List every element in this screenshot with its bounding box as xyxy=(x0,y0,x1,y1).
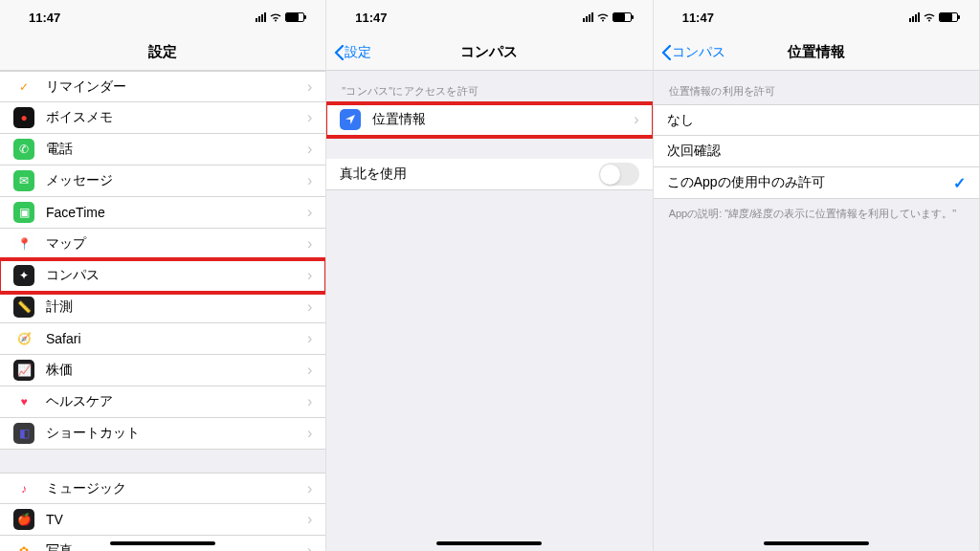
app-icon: ✉ xyxy=(13,170,34,191)
back-label: 設定 xyxy=(345,44,371,61)
status-bar: 11:47 xyxy=(0,0,325,34)
option-label: なし xyxy=(667,112,966,129)
row-label: 計測 xyxy=(46,298,307,316)
app-icon: 📏 xyxy=(13,297,34,318)
settings-screen: 11:47 設定 ✓リマインダー›●ボイスメモ›✆電話›✉メッセージ›▣Face… xyxy=(0,0,326,551)
app-icon: ▣ xyxy=(13,202,34,223)
chevron-right-icon: › xyxy=(307,298,312,316)
settings-row-計測[interactable]: 📏計測› xyxy=(0,292,325,323)
status-time: 11:47 xyxy=(682,11,714,25)
chevron-left-icon xyxy=(334,45,344,60)
row-label: ボイスメモ xyxy=(46,109,307,126)
back-label: コンパス xyxy=(672,44,725,61)
settings-row-電話[interactable]: ✆電話› xyxy=(0,134,325,165)
battery-icon xyxy=(612,12,632,22)
chevron-right-icon: › xyxy=(307,267,312,284)
app-icon: 🍎 xyxy=(13,509,34,530)
back-button[interactable]: 設定 xyxy=(334,44,371,61)
row-label: ヘルスケア xyxy=(46,393,307,410)
check-icon: ✓ xyxy=(953,174,966,192)
settings-row-コンパス[interactable]: ✦コンパス› xyxy=(0,260,325,292)
row-label: 株価 xyxy=(46,362,307,379)
home-indicator[interactable] xyxy=(436,541,542,545)
status-right xyxy=(583,12,632,22)
app-icon: ✿ xyxy=(13,540,34,551)
location-permission-screen: 11:47 コンパス 位置情報 位置情報の利用を許可 なし次回確認このAppの使… xyxy=(654,0,980,551)
app-icon: ✆ xyxy=(13,139,34,160)
settings-row-ヘルスケア[interactable]: ♥ヘルスケア› xyxy=(0,386,325,418)
nav-title: 設定 xyxy=(148,43,177,61)
row-label: TV xyxy=(46,512,307,527)
row-label: FaceTime xyxy=(46,205,307,220)
settings-row-FaceTime[interactable]: ▣FaceTime› xyxy=(0,197,325,229)
chevron-right-icon: › xyxy=(634,111,638,128)
row-label: コンパス xyxy=(46,267,307,284)
section-footer: Appの説明: "緯度/経度の表示に位置情報を利用しています。" xyxy=(654,199,979,229)
app-icon: 📍 xyxy=(13,233,34,254)
chevron-right-icon: › xyxy=(307,425,312,442)
chevron-right-icon: › xyxy=(307,109,312,126)
settings-row-Safari[interactable]: 🧭Safari› xyxy=(0,323,325,355)
row-label: Safari xyxy=(46,331,307,346)
app-icon: 📈 xyxy=(13,360,34,381)
wifi-icon xyxy=(596,12,610,22)
settings-row-リマインダー[interactable]: ✓リマインダー› xyxy=(0,71,325,102)
app-icon: ● xyxy=(13,107,34,128)
settings-list[interactable]: ✓リマインダー›●ボイスメモ›✆電話›✉メッセージ›▣FaceTime›📍マップ… xyxy=(0,71,325,551)
nav-bar: コンパス 位置情報 xyxy=(654,34,979,71)
status-right xyxy=(909,12,958,22)
app-icon: ♪ xyxy=(13,478,34,499)
permission-option[interactable]: 次回確認 xyxy=(654,136,979,167)
row-label: ミュージック xyxy=(46,480,307,497)
settings-row-株価[interactable]: 📈株価› xyxy=(0,355,325,386)
row-label: 電話 xyxy=(46,141,307,158)
status-bar: 11:47 xyxy=(654,0,979,34)
chevron-right-icon: › xyxy=(307,330,312,347)
true-north-toggle[interactable] xyxy=(599,163,639,186)
wifi-icon xyxy=(269,12,282,22)
signal-icon xyxy=(256,12,266,22)
wifi-icon xyxy=(923,12,936,22)
home-indicator[interactable] xyxy=(764,541,869,545)
settings-row-マップ[interactable]: 📍マップ› xyxy=(0,229,325,260)
row-label: メッセージ xyxy=(46,172,307,189)
true-north-label: 真北を使用 xyxy=(340,165,598,183)
nav-title: 位置情報 xyxy=(788,43,845,61)
chevron-right-icon: › xyxy=(307,480,312,497)
chevron-right-icon: › xyxy=(307,204,312,221)
settings-row-ショートカット[interactable]: ◧ショートカット› xyxy=(0,418,325,450)
option-label: 次回確認 xyxy=(667,143,966,160)
true-north-row[interactable]: 真北を使用 xyxy=(326,159,652,190)
settings-row-TV[interactable]: 🍎TV› xyxy=(0,504,325,536)
chevron-right-icon: › xyxy=(307,542,312,551)
nav-bar: 設定 コンパス xyxy=(326,34,652,71)
back-button[interactable]: コンパス xyxy=(661,44,725,61)
status-bar: 11:47 xyxy=(326,0,652,34)
chevron-right-icon: › xyxy=(307,235,312,253)
location-services-row[interactable]: 位置情報 › xyxy=(326,104,652,136)
chevron-right-icon: › xyxy=(307,141,312,158)
chevron-right-icon: › xyxy=(307,78,312,96)
home-indicator[interactable] xyxy=(110,541,215,545)
settings-row-ミュージック[interactable]: ♪ミュージック› xyxy=(0,473,325,504)
compass-settings-content: "コンパス"にアクセスを許可 位置情報 › 真北を使用 xyxy=(326,71,652,551)
section-header: "コンパス"にアクセスを許可 xyxy=(326,71,652,104)
chevron-right-icon: › xyxy=(307,362,312,379)
row-label: マップ xyxy=(46,235,307,253)
signal-icon xyxy=(909,12,920,22)
battery-icon xyxy=(939,12,958,22)
battery-icon xyxy=(285,12,304,22)
status-right xyxy=(256,12,304,22)
app-icon: ◧ xyxy=(13,423,34,444)
permission-option[interactable]: このAppの使用中のみ許可✓ xyxy=(654,167,979,199)
chevron-right-icon: › xyxy=(307,511,312,528)
status-time: 11:47 xyxy=(29,11,60,25)
location-permission-content: 位置情報の利用を許可 なし次回確認このAppの使用中のみ許可✓ Appの説明: … xyxy=(654,71,979,551)
app-icon: 🧭 xyxy=(13,328,34,349)
option-label: このAppの使用中のみ許可 xyxy=(667,174,953,191)
settings-row-メッセージ[interactable]: ✉メッセージ› xyxy=(0,165,325,197)
permission-option[interactable]: なし xyxy=(654,104,979,136)
location-label: 位置情報 xyxy=(372,111,634,128)
compass-settings-screen: 11:47 設定 コンパス "コンパス"にアクセスを許可 位置情報 › 真北を使… xyxy=(326,0,653,551)
settings-row-ボイスメモ[interactable]: ●ボイスメモ› xyxy=(0,102,325,134)
